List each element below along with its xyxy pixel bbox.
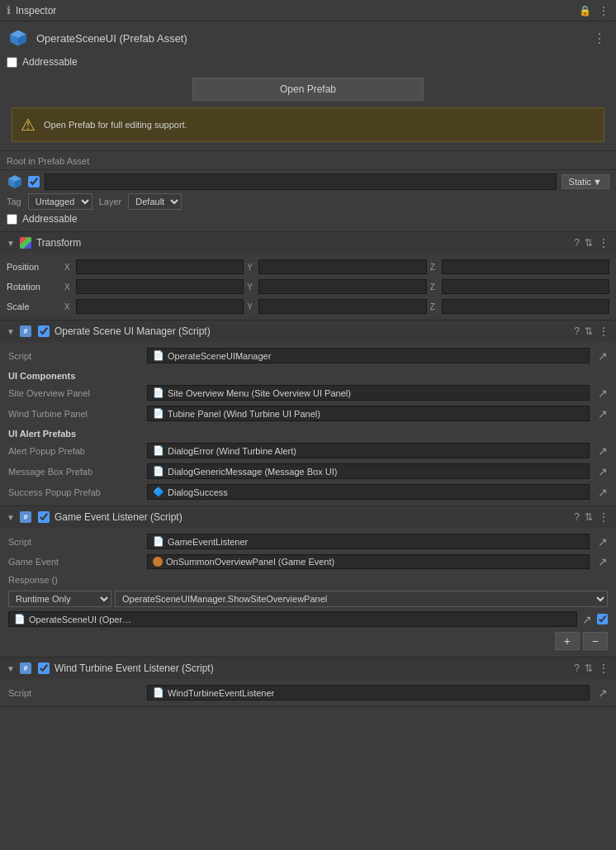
- operate-script-name: OperateSceneUIManager: [168, 351, 271, 361]
- ui-alert-label: UI Alert Prefabs: [0, 424, 616, 440]
- remove-response-button[interactable]: −: [583, 632, 608, 650]
- transform-scale-row: Scale X 1 Y 1 Z 1: [0, 297, 616, 316]
- game-event-doc-icon: 📄: [153, 536, 164, 547]
- success-popup-row: Success Popup Prefab 🔷 DialogSuccess ↗: [0, 482, 616, 502]
- info-icon: ℹ: [7, 4, 11, 17]
- rotation-y-input[interactable]: 0: [258, 279, 426, 294]
- position-z-field: Z 0: [430, 259, 609, 274]
- site-overview-goto-icon[interactable]: ↗: [598, 387, 608, 400]
- success-popup-name: DialogSuccess: [168, 487, 228, 497]
- wind-turbine-listener-menu-icon[interactable]: ⋮: [598, 662, 609, 675]
- tag-layer-row: Tag Untagged Layer Default: [7, 193, 609, 210]
- operate-menu-icon[interactable]: ⋮: [598, 325, 609, 338]
- go-cube-icon: [7, 173, 23, 190]
- wind-turbine-doc-icon: 📄: [153, 408, 164, 419]
- operate-script-label: Script: [8, 351, 140, 361]
- alert-popup-goto-icon[interactable]: ↗: [598, 444, 608, 458]
- game-event-menu-icon[interactable]: ⋮: [598, 510, 609, 524]
- warning-icon: ⚠: [21, 115, 36, 135]
- wind-turbine-listener-header[interactable]: ▼ # Wind Turbine Event Listener (Script)…: [0, 658, 616, 679]
- transform-icons: ? ⇅ ⋮: [574, 236, 609, 249]
- operate-adjust-icon[interactable]: ⇅: [585, 325, 593, 337]
- transform-adjust-icon[interactable]: ⇅: [585, 237, 593, 249]
- obj-goto-icon[interactable]: ↗: [582, 613, 592, 626]
- rotation-z-input[interactable]: 0: [442, 279, 609, 294]
- response-label: Response (): [8, 575, 58, 585]
- asset-name: OperateSceneUI (Prefab Asset): [36, 32, 583, 45]
- message-box-label: Message Box Prefab: [8, 467, 140, 477]
- wind-turbine-listener-script-row: Script 📄 WindTurbineEventListener ↗: [0, 682, 616, 703]
- operate-script-header[interactable]: ▼ # Operate Scene UI Manager (Script) ? …: [0, 321, 616, 342]
- site-overview-value: 📄 Site Overview Menu (Site Overview UI P…: [147, 385, 590, 401]
- scale-z-input[interactable]: 1: [442, 299, 609, 314]
- wind-turbine-listener-icons: ? ⇅ ⋮: [574, 662, 609, 675]
- operate-help-icon[interactable]: ?: [574, 325, 580, 337]
- transform-title: Transform: [36, 237, 569, 249]
- wind-turbine-listener-help-icon[interactable]: ?: [574, 662, 580, 674]
- runtime-select[interactable]: Runtime Only Off Editor and Runtime: [8, 591, 111, 607]
- scale-x-label: X: [64, 302, 74, 311]
- transform-menu-icon[interactable]: ⋮: [598, 236, 609, 249]
- scale-y-input[interactable]: 1: [258, 299, 426, 314]
- warning-banner: ⚠ Open Prefab for full editing support.: [12, 107, 604, 142]
- addressable-checkbox[interactable]: [7, 57, 17, 68]
- operate-script-component: ▼ # Operate Scene UI Manager (Script) ? …: [0, 321, 616, 506]
- position-x-input[interactable]: 0: [76, 259, 244, 274]
- position-y-input[interactable]: 0: [258, 259, 426, 274]
- layer-label: Layer: [99, 197, 122, 207]
- position-xyz: X 0 Y 0 Z 0: [64, 259, 609, 274]
- go-addressable-checkbox[interactable]: [7, 214, 17, 225]
- message-box-doc-icon: 📄: [153, 466, 164, 477]
- add-response-button[interactable]: +: [555, 632, 580, 650]
- message-box-row: Message Box Prefab 📄 DialogGenericMessag…: [0, 461, 616, 482]
- game-event-hash-icon: #: [20, 511, 31, 523]
- alert-popup-doc-icon: 📄: [153, 445, 164, 456]
- static-button[interactable]: Static ▼: [562, 174, 609, 189]
- layer-select[interactable]: Default: [128, 193, 182, 210]
- open-prefab-button[interactable]: Open Prefab: [192, 78, 424, 101]
- game-event-adjust-icon[interactable]: ⇅: [585, 511, 593, 523]
- transform-help-icon[interactable]: ?: [574, 237, 580, 249]
- site-overview-name: Site Overview Menu (Site Overview UI Pan…: [168, 388, 351, 398]
- alert-popup-name: DialogError (Wind Turbine Alert): [168, 446, 296, 456]
- ui-components-label: UI Components: [0, 366, 616, 382]
- obj-field: 📄 OperateSceneUI (Oper…: [8, 611, 577, 627]
- obj-checkbox[interactable]: [597, 614, 608, 624]
- success-popup-goto-icon[interactable]: ↗: [598, 486, 608, 499]
- go-active-checkbox[interactable]: [28, 176, 40, 188]
- game-event-help-icon[interactable]: ?: [574, 511, 580, 523]
- game-event-listener-component: ▼ # Game Event Listener (Script) ? ⇅ ⋮ S…: [0, 506, 616, 658]
- scale-x-input[interactable]: 1: [76, 299, 244, 314]
- wind-turbine-listener-title: Wind Turbine Event Listener (Script): [54, 662, 569, 674]
- operate-script-title: Operate Scene UI Manager (Script): [54, 325, 569, 337]
- wind-turbine-name: Tubine Panel (Wind Turbine UI Panel): [168, 409, 320, 419]
- operate-script-goto-icon[interactable]: ↗: [598, 349, 608, 363]
- rotation-x-field: X 0: [64, 279, 244, 294]
- operate-enabled-checkbox[interactable]: [38, 325, 50, 337]
- wind-turbine-listener-adjust-icon[interactable]: ⇅: [585, 662, 593, 674]
- wind-turbine-listener-enabled-checkbox[interactable]: [38, 662, 50, 674]
- lock-icon[interactable]: 🔒: [579, 5, 591, 17]
- transform-header[interactable]: ▼ Transform ? ⇅ ⋮: [0, 232, 616, 254]
- alert-popup-value: 📄 DialogError (Wind Turbine Alert): [147, 443, 590, 458]
- asset-menu-button[interactable]: ⋮: [590, 31, 609, 46]
- game-event-enabled-checkbox[interactable]: [38, 511, 50, 523]
- more-options-icon[interactable]: ⋮: [598, 4, 609, 17]
- game-event-goto-icon[interactable]: ↗: [598, 555, 608, 568]
- position-z-input[interactable]: 0: [442, 259, 609, 274]
- rotation-x-input[interactable]: 0: [76, 279, 244, 294]
- site-overview-doc-icon: 📄: [153, 387, 164, 398]
- wind-turbine-goto-icon[interactable]: ↗: [598, 407, 608, 420]
- tag-select[interactable]: Untagged: [28, 193, 92, 210]
- game-event-script-goto-icon[interactable]: ↗: [598, 535, 608, 548]
- message-box-goto-icon[interactable]: ↗: [598, 465, 608, 478]
- tag-label: Tag: [7, 197, 21, 207]
- method-select[interactable]: OperateSceneUIManager.ShowSiteOverviewPa…: [115, 591, 608, 607]
- wind-turbine-listener-script-goto-icon[interactable]: ↗: [598, 686, 608, 700]
- header-icons: 🔒 ⋮: [579, 4, 609, 17]
- static-label: Static: [569, 177, 592, 187]
- go-name-input[interactable]: OperateSceneUI: [45, 173, 557, 190]
- game-event-listener-header[interactable]: ▼ # Game Event Listener (Script) ? ⇅ ⋮: [0, 506, 616, 528]
- addressable-label: Addressable: [22, 56, 78, 68]
- rotation-y-field: Y 0: [247, 279, 426, 294]
